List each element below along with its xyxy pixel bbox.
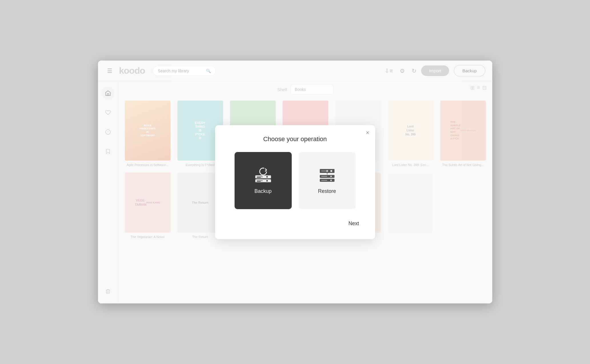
- dialog-close-button[interactable]: ×: [366, 130, 369, 135]
- backup-label: Backup: [254, 188, 271, 194]
- svg-point-15: [330, 170, 332, 172]
- operation-dialog: Choose your operation ×: [215, 125, 375, 239]
- svg-point-20: [330, 176, 332, 177]
- next-button[interactable]: Next: [344, 218, 363, 229]
- dialog-footer: Next: [227, 218, 364, 229]
- operation-options: Backup: [227, 152, 364, 209]
- restore-option[interactable]: Restore: [299, 152, 356, 209]
- app-window: ☰ koodo 🔍 ⇩≡ ⚙ ↻ Import Backup: [98, 61, 492, 303]
- dialog-title: Choose your operation: [227, 135, 364, 143]
- svg-point-17: [326, 170, 328, 172]
- restore-label: Restore: [318, 188, 336, 194]
- restore-icon: [317, 167, 337, 184]
- svg-point-23: [330, 179, 332, 181]
- backup-icon: [253, 167, 273, 184]
- svg-point-8: [266, 176, 268, 177]
- dialog-overlay: Choose your operation ×: [98, 61, 492, 303]
- svg-point-12: [266, 180, 268, 181]
- backup-option[interactable]: Backup: [235, 152, 292, 209]
